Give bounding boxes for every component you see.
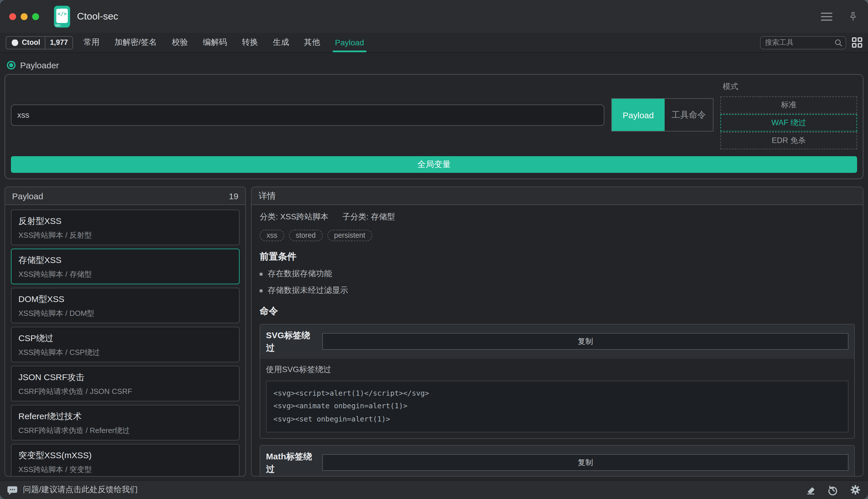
- segment-payload-button[interactable]: Payload: [612, 99, 665, 131]
- detail-header: 详情: [252, 187, 863, 205]
- item-subtitle: XSS跨站脚本 / 存储型: [19, 269, 232, 280]
- tab-generate[interactable]: 生成: [273, 33, 289, 52]
- mode-option-waf-bypass[interactable]: WAF 绕过: [720, 114, 857, 132]
- settings-gear-icon[interactable]: [849, 484, 861, 496]
- feedback-link[interactable]: 问题/建议请点击此处反馈给我们: [7, 484, 138, 495]
- item-subtitle: XSS跨站脚本 / 突变型: [19, 464, 232, 475]
- list-item[interactable]: 反射型XSS XSS跨站脚本 / 反射型: [11, 210, 240, 245]
- mode-option-edr-evasion[interactable]: EDR 免杀: [720, 132, 857, 149]
- command-card: Math标签绕过 复制 使用MathML标签 <math><maction ac…: [260, 445, 855, 476]
- github-badge[interactable]: Ctool 1,977: [6, 36, 73, 49]
- category-text: 分类: XSS跨站脚本: [260, 212, 329, 222]
- command-card-header: SVG标签绕过 复制: [260, 325, 854, 358]
- menu-icon[interactable]: [821, 12, 832, 20]
- preconditions-list: 存在数据存储功能 存储数据未经过滤显示: [260, 269, 855, 296]
- keyword-input[interactable]: [11, 104, 604, 125]
- copy-button[interactable]: 复制: [322, 454, 848, 471]
- item-subtitle: CSRF跨站请求伪造 / Referer绕过: [19, 426, 232, 436]
- tag-pill: persistent: [327, 230, 372, 241]
- traffic-lights: [9, 13, 39, 20]
- code-line: <svg><animate onbegin=alert(1)>: [274, 401, 841, 412]
- nav-tabs: 常用 加解密/签名 校验 编解码 转换 生成 其他 Payload: [83, 33, 364, 52]
- code-block: <svg><script>alert(1)</script></svg> <sv…: [266, 380, 848, 433]
- output-type-segmented: Payload 工具命令: [611, 98, 713, 132]
- feedback-text: 问题/建议请点击此处反馈给我们: [23, 485, 138, 495]
- item-title: Referer绕过技术: [19, 411, 232, 422]
- item-title: CSP绕过: [19, 333, 232, 344]
- main-content: Payloader Payload 工具命令 模式 标准 WAF 绕过: [0, 53, 868, 480]
- app-window: ••• </> sec Ctool-sec Ctool: [0, 0, 868, 499]
- title-bar: ••• </> sec Ctool-sec: [0, 0, 868, 33]
- command-name: SVG标签绕过: [266, 329, 315, 354]
- feedback-bubble-icon: [7, 484, 18, 495]
- tab-payload[interactable]: Payload: [335, 33, 364, 52]
- command-desc: 使用SVG标签绕过: [266, 364, 848, 375]
- payload-list: 反射型XSS XSS跨站脚本 / 反射型 存储型XSS XSS跨站脚本 / 存储…: [5, 205, 245, 476]
- list-title: Payload: [12, 191, 43, 201]
- command-name: Math标签绕过: [266, 450, 315, 475]
- copy-button[interactable]: 复制: [322, 333, 848, 350]
- tag-pill: stored: [289, 230, 323, 241]
- tab-check[interactable]: 校验: [172, 33, 188, 52]
- grid-view-icon[interactable]: [852, 37, 862, 48]
- search-input[interactable]: [760, 36, 846, 49]
- status-bar: 问题/建议请点击此处反馈给我们: [0, 480, 868, 499]
- item-title: 存储型XSS: [19, 255, 232, 266]
- minimize-button[interactable]: [21, 13, 27, 20]
- item-title: 反射型XSS: [19, 216, 232, 227]
- list-item-selected[interactable]: 存储型XSS XSS跨站脚本 / 存储型: [11, 248, 240, 284]
- item-subtitle: XSS跨站脚本 / DOM型: [19, 308, 232, 319]
- search-icon: [834, 38, 842, 47]
- list-item[interactable]: JSON CSRF攻击 CSRF跨站请求伪造 / JSON CSRF: [11, 366, 240, 401]
- zoom-button[interactable]: [32, 13, 39, 20]
- precondition-item: 存储数据未经过滤显示: [260, 285, 855, 296]
- mode-label: 模式: [723, 82, 857, 92]
- item-title: DOM型XSS: [19, 294, 232, 305]
- payloader-header: Payloader: [4, 53, 864, 74]
- segment-tool-command-button[interactable]: 工具命令: [665, 99, 713, 131]
- item-subtitle: CSRF跨站请求伪造 / JSON CSRF: [19, 387, 232, 397]
- list-item[interactable]: 突变型XSS(mXSS) XSS跨站脚本 / 突变型: [11, 444, 240, 476]
- github-count: 1,977: [45, 36, 73, 49]
- list-item[interactable]: CSP绕过 XSS跨站脚本 / CSP绕过: [11, 327, 240, 362]
- tag-pill: xss: [260, 230, 284, 241]
- tool-search: [760, 36, 846, 49]
- list-item[interactable]: DOM型XSS XSS跨站脚本 / DOM型: [11, 288, 240, 323]
- payloader-radio-icon[interactable]: [7, 61, 15, 70]
- tab-crypto-sign[interactable]: 加解密/签名: [114, 33, 157, 52]
- history-icon[interactable]: [827, 484, 839, 496]
- tab-common[interactable]: 常用: [83, 33, 99, 52]
- item-subtitle: XSS跨站脚本 / CSP绕过: [19, 348, 232, 358]
- subcategory-text: 子分类: 存储型: [342, 212, 395, 222]
- item-title: 突变型XSS(mXSS): [19, 450, 232, 461]
- payloader-label: Payloader: [20, 60, 59, 70]
- tab-convert[interactable]: 转换: [242, 33, 258, 52]
- commands-heading: 命令: [260, 305, 855, 318]
- detail-panel: 详情 分类: XSS跨站脚本 子分类: 存储型 xss stored persi…: [251, 187, 864, 477]
- tab-other[interactable]: 其他: [304, 33, 320, 52]
- tag-list: xss stored persistent: [260, 230, 855, 241]
- code-line: <svg><set onbegin=alert(1)>: [274, 414, 841, 425]
- mode-option-standard[interactable]: 标准: [720, 96, 857, 114]
- item-subtitle: XSS跨站脚本 / 反射型: [19, 230, 232, 241]
- nav-bar: Ctool 1,977 常用 加解密/签名 校验 编解码 转换 生成 其他 Pa…: [0, 33, 868, 53]
- app-icon: ••• </> sec: [54, 5, 70, 27]
- item-title: JSON CSRF攻击: [19, 372, 232, 383]
- eraser-icon[interactable]: [805, 484, 816, 495]
- github-label: Ctool: [22, 38, 40, 47]
- close-button[interactable]: [9, 13, 16, 20]
- global-variables-button[interactable]: 全局变量: [11, 156, 857, 173]
- mode-panel: 模式 标准 WAF 绕过 EDR 免杀: [720, 81, 857, 149]
- payload-builder-card: Payload 工具命令 模式 标准 WAF 绕过 EDR 免杀 全局变量: [4, 74, 864, 179]
- list-item[interactable]: Referer绕过技术 CSRF跨站请求伪造 / Referer绕过: [11, 405, 240, 440]
- tab-encode-decode[interactable]: 编解码: [203, 33, 227, 52]
- precondition-item: 存在数据存储功能: [260, 269, 855, 279]
- command-card-header: Math标签绕过 复制: [260, 446, 854, 476]
- detail-body: 分类: XSS跨站脚本 子分类: 存储型 xss stored persiste…: [252, 205, 863, 476]
- bullet-icon: [260, 272, 263, 275]
- detail-title: 详情: [258, 190, 276, 201]
- window-title: Ctool-sec: [77, 11, 118, 22]
- pin-icon[interactable]: [847, 11, 859, 22]
- code-line: <svg><script>alert(1)</script></svg>: [274, 388, 841, 399]
- payload-list-panel: Payload 19 反射型XSS XSS跨站脚本 / 反射型 存储型XSS X…: [4, 187, 246, 477]
